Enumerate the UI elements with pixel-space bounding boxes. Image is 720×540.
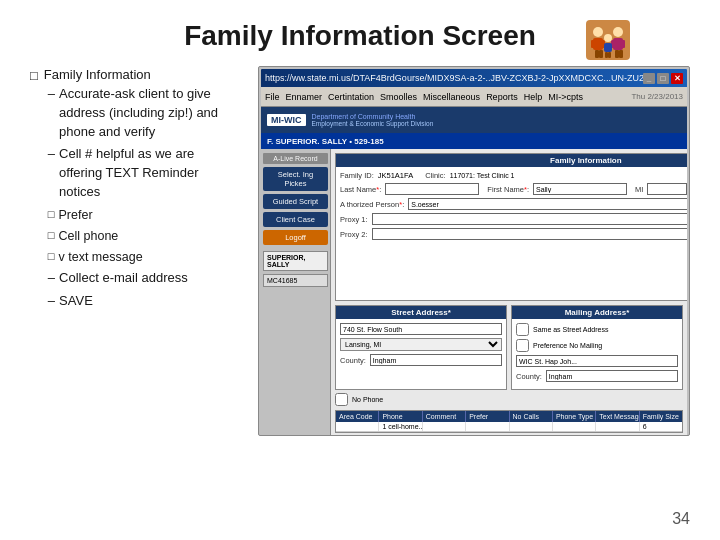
user-bar-text: F. SUPERIOR. SALLY • 529-185 [267, 137, 384, 146]
dash-symbol-3: – [48, 269, 55, 288]
content-area: A-Live Record Select. Ing Pickes Guided … [261, 149, 687, 436]
first-name-input[interactable] [533, 183, 627, 195]
family-size-summary: Family Size: 6 [576, 435, 623, 436]
proxy2-label: Proxy 2: [340, 230, 368, 239]
toolbar-micpts[interactable]: MI->cpts [548, 92, 583, 102]
table-header-row: Area Code Phone Comment Prefer No Calls … [336, 411, 682, 422]
toolbar-reports[interactable]: Reports [486, 92, 518, 102]
checkbox-cellphone-label: Cell phone [59, 227, 119, 245]
street-county-input[interactable] [370, 354, 502, 366]
family-id-label: Family ID: [340, 171, 374, 180]
svg-rect-6 [599, 50, 603, 58]
proxy1-label: Proxy 1: [340, 215, 368, 224]
checkbox-prefer-label: Prefer [59, 206, 93, 224]
checkbox-symbol-3: □ [48, 249, 55, 265]
toolbar-help[interactable]: Help [524, 92, 543, 102]
family-id-row: Family ID: JK51A1FA Clinic: 117071: Test… [340, 171, 687, 180]
svg-rect-3 [591, 40, 595, 48]
dash-symbol-4: – [48, 292, 55, 311]
pref-no-mail-checkbox[interactable] [516, 339, 529, 352]
th-area-code: Area Code [336, 411, 379, 422]
no-phone-row: No Phone [335, 393, 683, 406]
main-layout: □ Family Information – Accurate-ask clie… [30, 66, 690, 436]
maximize-button[interactable]: □ [657, 73, 669, 84]
last-name-input[interactable] [385, 183, 479, 195]
td-prefer [466, 422, 509, 431]
nav-btn-client-case[interactable]: Client Case [263, 212, 328, 227]
td-family-size: 6 [640, 422, 682, 431]
auth-person-input[interactable] [408, 198, 687, 210]
no-phone-checkbox[interactable] [335, 393, 348, 406]
page-container: Family Information Screen [0, 0, 720, 540]
mi-input[interactable] [647, 183, 687, 195]
family-info-header: Family Information [336, 154, 687, 167]
nav-btn-logoff[interactable]: Logoff [263, 230, 328, 245]
th-comment: Comment [423, 411, 466, 422]
app-dept: Department of Community Health [312, 113, 434, 120]
sub-list: – Accurate-ask client to give address (i… [48, 85, 240, 202]
phone-table: Area Code Phone Comment Prefer No Calls … [335, 410, 683, 433]
bullet-content: Family Information – Accurate-ask client… [44, 66, 240, 315]
app-dept2: Employment & Economic Support Division [312, 120, 434, 127]
window-controls[interactable]: _ □ ✕ [643, 73, 683, 84]
mi-label: MI [635, 185, 643, 194]
page-number: 34 [672, 510, 690, 528]
same-addr-label: Same as Street Address [533, 326, 608, 333]
toolbar-certintation[interactable]: Certintation [328, 92, 374, 102]
svg-rect-12 [619, 50, 623, 58]
window-title: https://ww.state.mi.us/DTAF4BrdGourse/MI… [265, 73, 643, 83]
svg-point-1 [593, 27, 603, 37]
street-addr-input1[interactable] [340, 323, 502, 335]
toolbar-ennamer[interactable]: Ennamer [286, 92, 323, 102]
checkbox-prefer: □ Prefer [48, 206, 240, 224]
income-summary: Income: $0.04 [635, 435, 683, 436]
bullet-symbol: □ [30, 67, 38, 85]
svg-rect-5 [595, 50, 599, 58]
td-text-msg [596, 422, 639, 431]
client-name: SUPERIOR, SALLY [267, 254, 306, 268]
minimize-button[interactable]: _ [643, 73, 655, 84]
checkbox-text-message: □ v text message [48, 248, 240, 266]
dash-symbol-1: – [48, 85, 55, 104]
screen-mock: https://ww.state.mi.us/DTAF4BrdGourse/MI… [258, 66, 690, 436]
street-state-select[interactable]: Lansing, MI [340, 338, 502, 351]
proxy2-input[interactable] [372, 228, 687, 240]
toolbar-smoolles[interactable]: Smoolles [380, 92, 417, 102]
auth-person-row: A thorized Person*: LJliedtinct Proxy [340, 198, 687, 210]
street-address-header: Street Address* [336, 306, 506, 319]
proxy2-row: Proxy 2: [340, 228, 687, 240]
nav-btn-select[interactable]: Select. Ing Pickes [263, 167, 328, 191]
clinic-label: Clinic: [425, 171, 445, 180]
bullet-item-family-info: □ Family Information – Accurate-ask clie… [30, 66, 240, 315]
mail-addr-input1[interactable] [516, 355, 678, 367]
wic-id: MC41685 [267, 277, 297, 284]
form-area: Family Information Family ID: JK51A1FA C… [331, 149, 687, 436]
th-phone-type: Phone Type [553, 411, 596, 422]
th-prefer: Prefer [466, 411, 509, 422]
toolbar: File Ennamer Certintation Smoolles Misce… [261, 87, 687, 107]
mail-addr-row1 [516, 355, 678, 367]
svg-rect-14 [604, 43, 612, 52]
same-addr-checkbox[interactable] [516, 323, 529, 336]
mail-county-input[interactable] [546, 370, 678, 382]
th-family-size: Family Size [640, 411, 682, 422]
bullet-family-info-label: Family Information [44, 67, 151, 82]
street-county-row: County: [340, 354, 502, 366]
close-button[interactable]: ✕ [671, 73, 683, 84]
window-chrome: https://ww.state.mi.us/DTAF4BrdGourse/MI… [261, 69, 687, 87]
checkbox-symbol-1: □ [48, 207, 55, 223]
last-name-row: Last Name*: First Name*: MI Birth Date*: [340, 183, 687, 195]
left-panel: □ Family Information – Accurate-ask clie… [30, 66, 240, 436]
toolbar-miscellaneous[interactable]: Miscellaneous [423, 92, 480, 102]
family-info-section: Family Information Family ID: JK51A1FA C… [335, 153, 687, 301]
a-live-record-tab[interactable]: A-Live Record [263, 153, 328, 164]
sub-item-address: – Accurate-ask client to give address (i… [48, 85, 240, 142]
clinic-value: 117071: Test Clinic 1 [450, 172, 515, 179]
sub-text-save: SAVE [59, 292, 93, 311]
client-id-box: SUPERIOR, SALLY [263, 251, 328, 271]
proxy1-input[interactable] [372, 213, 687, 225]
toolbar-file[interactable]: File [265, 92, 280, 102]
nav-btn-guided[interactable]: Guided Script [263, 194, 328, 209]
auth-person-label: A thorized Person*: [340, 200, 404, 209]
street-county-label: County: [340, 356, 366, 365]
